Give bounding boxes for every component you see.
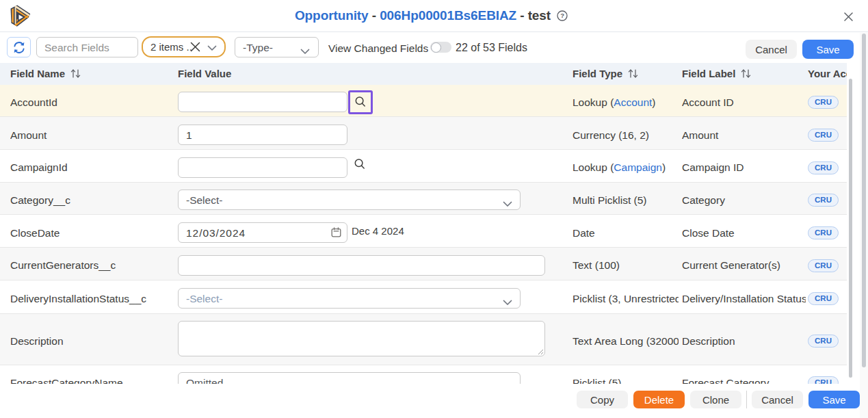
svg-text:?: ? — [560, 12, 564, 19]
